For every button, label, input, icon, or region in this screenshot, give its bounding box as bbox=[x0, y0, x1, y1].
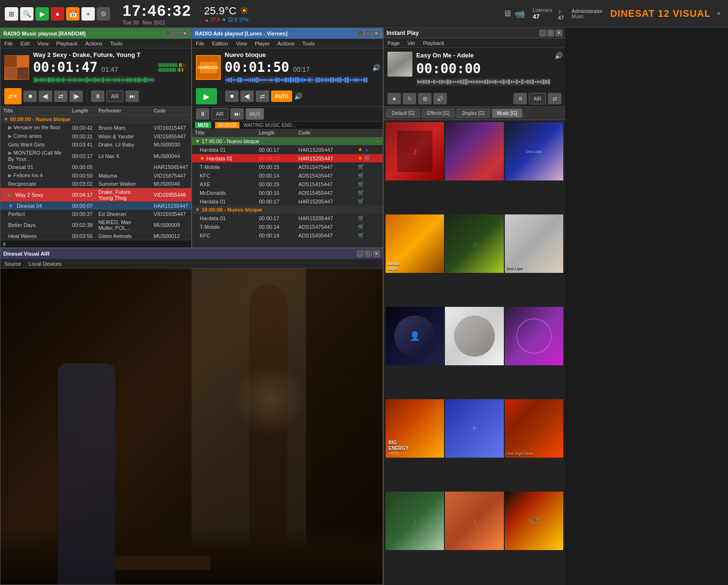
play-end-btn[interactable]: |▶ bbox=[69, 90, 83, 102]
ads-close-btn[interactable]: ✕ bbox=[373, 30, 380, 37]
ip-menu-page[interactable]: Page bbox=[386, 40, 402, 46]
ads-menu-actions[interactable]: Actions bbox=[275, 41, 296, 46]
instant-minimize-btn[interactable]: _ bbox=[539, 30, 546, 36]
ads-table-row[interactable]: Hardata 01 00:00:17 HAR15205447 🛒 bbox=[192, 214, 383, 223]
ads-crossfade-btn[interactable]: ⇄ bbox=[256, 90, 269, 102]
ads-table-row[interactable]: KFC 00:00:14 ADS15435447 🛒 bbox=[192, 171, 383, 180]
album-cell[interactable]: ♪ bbox=[386, 122, 444, 180]
album-cell[interactable]: Dua Lipa bbox=[505, 214, 563, 273]
table-row[interactable]: ▶ MONTERO (Call Me By Your... 00:02:17 L… bbox=[0, 149, 191, 163]
table-row[interactable]: ▶ Como antes 00:00:31 Wisin & Yandel VID… bbox=[0, 132, 191, 141]
tab-default[interactable]: Default [G] bbox=[387, 109, 420, 118]
ads-menu-file[interactable]: File bbox=[194, 41, 206, 46]
table-row[interactable]: ▼ 00:00:00 - Nuevo bloque bbox=[0, 115, 191, 124]
menu-tools[interactable]: Tools bbox=[108, 41, 125, 46]
maximize-btn[interactable]: □ bbox=[173, 30, 180, 37]
ads-mus-btn[interactable]: MUS bbox=[246, 108, 264, 120]
ads-table-row[interactable]: McDonalds 00:00:15 ADS15455447 🛒 bbox=[192, 189, 383, 197]
table-row[interactable]: Girls Want Girls 00:03:41 Drake, Lil Bab… bbox=[0, 141, 191, 149]
instant-air-btn[interactable]: AIR bbox=[529, 93, 546, 104]
radio-ads-playlist[interactable]: Title Length Code ▼ 17:45:00 - Nuevo blo… bbox=[192, 129, 383, 248]
monitor-icon[interactable]: 🖥 bbox=[503, 9, 512, 19]
grid-icon[interactable]: ⊞ bbox=[5, 7, 18, 21]
menu-playback[interactable]: Playback bbox=[54, 41, 80, 46]
settings-icon[interactable]: ⚙ bbox=[97, 7, 110, 21]
ads-table-row[interactable]: T-Mobile 00:00:14 ADS15475447 🛒 bbox=[192, 223, 383, 231]
ads-maximize-btn[interactable]: □ bbox=[365, 30, 372, 37]
ads-table-row-active[interactable]: ▼ Hardata 01 00:00:17 HAR15205447 ★ 🛒 bbox=[192, 154, 383, 163]
table-row[interactable]: ▶ Felices los 4 00:00:50 Maluma VID15875… bbox=[0, 171, 191, 180]
visual-menu-devices[interactable]: Local Devices bbox=[27, 261, 63, 267]
album-cell[interactable]: BIGENERGY LATTO bbox=[386, 399, 444, 458]
table-row[interactable]: ▶ Versace on the floor 00:00:42 Bruno Ma… bbox=[0, 124, 191, 132]
instant-grid-btn[interactable]: ⊞ bbox=[418, 93, 432, 104]
instant-pause-btn[interactable]: ⏸ bbox=[513, 93, 527, 104]
ads-menu-player[interactable]: Player bbox=[253, 41, 272, 46]
play-icon[interactable]: ▶ bbox=[35, 7, 49, 21]
album-cell[interactable]: 🦋 bbox=[505, 492, 563, 550]
album-cell[interactable]: ✦ bbox=[445, 399, 503, 458]
album-cell[interactable]: Dua Lipa bbox=[505, 122, 563, 180]
ads-table-row[interactable]: AXE 00:00:29 ADS15415447 🛒 bbox=[192, 180, 383, 189]
rec-icon[interactable]: ● bbox=[51, 7, 64, 21]
ads-table-row[interactable]: T-Mobile 00:00:15 ADS15475447 🛒 bbox=[192, 163, 383, 171]
stop-btn[interactable]: ■ bbox=[23, 90, 37, 102]
menu-edit[interactable]: Edit bbox=[19, 41, 32, 46]
ads-menu-edition[interactable]: Edition bbox=[210, 41, 230, 46]
air-btn[interactable]: AIR bbox=[106, 90, 124, 102]
instant-maximize-btn[interactable]: □ bbox=[547, 30, 554, 36]
ads-vol-icon[interactable]: 🔊 bbox=[372, 64, 379, 71]
ads-table-row[interactable]: Hardata 01 00:00:17 HAR15205447 ★ ▲ bbox=[192, 146, 383, 154]
ads-table-row[interactable]: Hardata 01 00:00:17 HAR15205447 🛒 bbox=[192, 197, 383, 206]
table-row[interactable]: Perfect 00:00:37 Ed Sheeran VID15935447 bbox=[0, 210, 191, 218]
tab-effects[interactable]: Effects [G] bbox=[422, 109, 455, 118]
table-row[interactable]: Better Days 00:02:38 NEIKED, Mae Muller,… bbox=[0, 218, 191, 232]
visual-menu-source[interactable]: Source bbox=[2, 261, 23, 267]
visual-close-btn[interactable]: ✕ bbox=[373, 250, 380, 257]
table-row-downloading[interactable]: ▼ Dinesat 04 00:00:07 HAR15155447 bbox=[0, 202, 191, 210]
ads-skip2-btn[interactable]: ⏭ bbox=[230, 108, 244, 120]
ads-table-row-group[interactable]: ▼ 18:00:00 - Nuevo bloque bbox=[192, 206, 383, 214]
ads-minimize-btn[interactable]: _ bbox=[357, 30, 364, 37]
crossfade2-btn[interactable]: ⇄ bbox=[54, 90, 68, 102]
pause-btn[interactable]: ⏸ bbox=[91, 90, 104, 102]
tab-music[interactable]: Music [G] bbox=[492, 109, 523, 118]
instant-refresh-btn[interactable]: ↻ bbox=[403, 93, 416, 104]
instant-vol-icon[interactable]: 🔊 bbox=[555, 52, 561, 59]
album-cell[interactable]: One Right Now bbox=[505, 399, 563, 458]
album-cell[interactable] bbox=[445, 122, 503, 180]
app-close-btn[interactable]: ✕ bbox=[714, 11, 723, 17]
ads-air-btn[interactable]: AIR bbox=[211, 108, 228, 120]
video-icon[interactable]: 📹 bbox=[514, 9, 525, 19]
album-cell[interactable]: ♪ bbox=[445, 492, 503, 550]
album-cell[interactable]: 👤 bbox=[386, 307, 444, 365]
close-btn[interactable]: ✕ bbox=[182, 30, 188, 37]
table-row[interactable]: Reciprocate 00:03:02 Summer Walker MUS00… bbox=[0, 180, 191, 188]
search-icon[interactable]: 🔍 bbox=[20, 7, 34, 21]
ads-rewind-btn[interactable]: ◀| bbox=[240, 90, 254, 102]
add-icon[interactable]: + bbox=[81, 7, 95, 21]
ads-play-btn[interactable]: ▶ bbox=[196, 88, 217, 104]
instant-crossfade-btn[interactable]: ⇄ bbox=[548, 93, 561, 104]
ads-pause-btn[interactable]: ⏸ bbox=[196, 108, 209, 120]
album-cell[interactable] bbox=[505, 307, 563, 365]
ads-menu-tools[interactable]: Tools bbox=[300, 41, 317, 46]
radio-music-playlist[interactable]: Title Length Performer Code ▼ 00:00:00 -… bbox=[0, 107, 191, 240]
ads-stop-btn[interactable]: ■ bbox=[225, 90, 239, 102]
ads-table-row[interactable]: KFC 00:00:14 ADS15435447 🛒 bbox=[192, 231, 383, 240]
album-cell[interactable] bbox=[445, 307, 503, 365]
minimize-btn[interactable]: _ bbox=[165, 30, 172, 37]
ads-vol2-icon[interactable]: 🔊 bbox=[294, 92, 301, 100]
menu-file[interactable]: File bbox=[2, 41, 15, 46]
ads-menu-view[interactable]: View bbox=[234, 41, 249, 46]
menu-view[interactable]: View bbox=[35, 41, 51, 46]
table-row-playing[interactable]: ▶ Way 2 Sexy 00:04:17 Drake, Future, You… bbox=[0, 188, 191, 202]
instant-close-btn[interactable]: ✕ bbox=[556, 30, 562, 36]
instant-vol-btn[interactable]: 🔊 bbox=[433, 93, 447, 104]
ads-table-row-next[interactable]: ▼ 17:45:00 - Nuevo bloque → bbox=[192, 137, 383, 146]
visual-minimize-btn[interactable]: _ bbox=[357, 250, 364, 257]
table-row[interactable]: Dinesat 01 00:00:05 HAR15065447 bbox=[0, 163, 191, 171]
ads-auto-btn[interactable]: AUTO bbox=[271, 90, 292, 102]
album-cell[interactable]: BetterDays bbox=[386, 214, 444, 273]
rewind-btn[interactable]: ◀| bbox=[39, 90, 52, 102]
